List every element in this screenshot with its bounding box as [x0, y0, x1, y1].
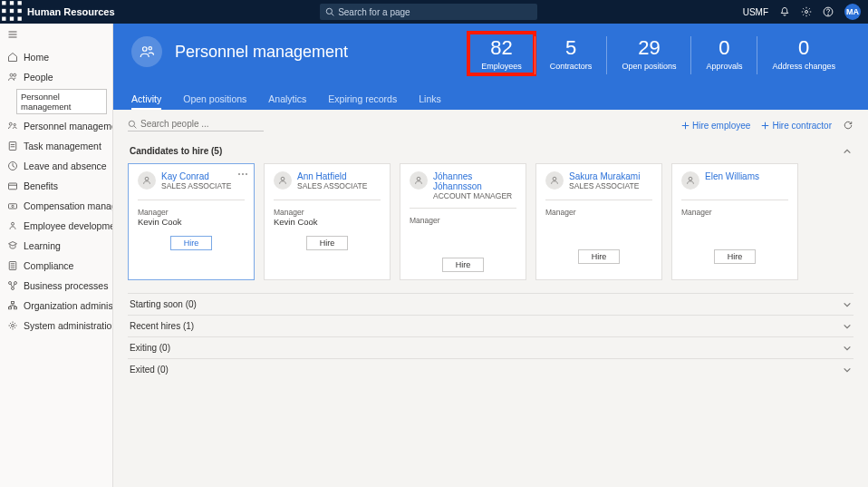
tab-links[interactable]: Links: [419, 93, 441, 110]
sidebar-item-compliance[interactable]: Compliance: [0, 256, 112, 276]
personnel-icon: [7, 121, 18, 131]
sidebar-item-label: Compliance: [24, 260, 73, 271]
sidebar-item-org[interactable]: Organization administration: [0, 296, 112, 316]
hire-button[interactable]: Hire: [578, 249, 621, 264]
svg-rect-34: [12, 302, 14, 304]
candidate-role: SALES ASSOCIATE: [297, 181, 367, 190]
manager-name: Kevin Cook: [138, 217, 245, 227]
svg-line-10: [332, 14, 334, 16]
gear-icon[interactable]: [801, 6, 812, 17]
sidebar-item-personnel[interactable]: Personnel management: [0, 116, 112, 136]
refresh-icon[interactable]: [843, 120, 854, 131]
svg-rect-1: [10, 1, 14, 5]
sidebar-item-label: Task management: [24, 141, 101, 151]
svg-rect-35: [9, 307, 12, 309]
sidebar-item-proc[interactable]: Business processes: [0, 276, 112, 296]
sidebar-collapse-icon[interactable]: [0, 24, 112, 47]
manager-label: Manager: [410, 216, 516, 225]
svg-point-40: [129, 121, 134, 126]
sidebar-item-leave[interactable]: Leave and absence: [0, 156, 112, 176]
sidebar-item-label: Personnel management: [24, 121, 113, 131]
candidate-name[interactable]: Sakura Murakami: [569, 171, 640, 181]
chevron-down-icon: [843, 365, 852, 375]
manager-name: Kevin Cook: [274, 217, 381, 227]
stat-approvals[interactable]: 0Approvals: [690, 36, 757, 74]
stat-open-positions[interactable]: 29Open positions: [606, 36, 690, 74]
section-header[interactable]: Starting soon (0): [128, 294, 854, 315]
candidate-card[interactable]: Elen Williams Manager Hire: [671, 163, 798, 280]
section-header[interactable]: Exited (0): [128, 359, 854, 380]
sidebar-item-task[interactable]: Task management: [0, 136, 112, 156]
person-avatar-icon: [681, 171, 699, 190]
global-search[interactable]: Search for a page: [320, 4, 537, 20]
candidate-card[interactable]: ⋯ Kay Conrad SALES ASSOCIATE ManagerKevi…: [128, 163, 255, 280]
candidate-name[interactable]: Elen Williams: [705, 171, 759, 181]
sidebar-item-benefits[interactable]: Benefits: [0, 176, 112, 196]
hero-icon: [131, 36, 162, 67]
person-avatar-icon: [545, 171, 564, 190]
svg-point-11: [805, 11, 808, 14]
stat-label: Address changes: [772, 62, 835, 71]
tab-activity[interactable]: Activity: [131, 93, 161, 110]
svg-point-49: [553, 177, 556, 180]
app-launcher-icon[interactable]: [0, 0, 24, 25]
sidebar-item-dev[interactable]: Employee development: [0, 216, 112, 236]
section-header[interactable]: Exiting (0): [128, 337, 854, 358]
stats-row: 82Employees5Contractors29Open positions0…: [468, 36, 850, 74]
svg-rect-24: [9, 204, 17, 209]
hire-button[interactable]: Hire: [442, 258, 485, 272]
sidebar-item-home[interactable]: Home: [0, 47, 112, 67]
manager-label: Manager: [274, 208, 381, 217]
candidate-name[interactable]: Ann Hatfield: [297, 171, 367, 181]
svg-rect-4: [10, 8, 14, 12]
sidebar-item-people[interactable]: People: [0, 67, 112, 87]
sidebar-item-learn[interactable]: Learning: [0, 236, 112, 256]
task-icon: [7, 141, 18, 151]
tab-expiring-records[interactable]: Expiring records: [328, 93, 397, 110]
svg-point-39: [149, 47, 151, 50]
candidate-role: SALES ASSOCIATE: [161, 181, 231, 190]
tab-analytics[interactable]: Analytics: [268, 93, 306, 110]
proc-icon: [7, 280, 18, 291]
candidates-section-header[interactable]: Candidates to hire (5): [128, 141, 854, 161]
svg-point-38: [143, 47, 148, 52]
hire-button[interactable]: Hire: [170, 236, 213, 250]
svg-rect-21: [9, 142, 16, 151]
search-icon: [325, 7, 334, 16]
stat-address-changes[interactable]: 0Address changes: [757, 36, 850, 74]
candidate-card[interactable]: Jóhannes Jóhannsson ACCOUNT MANAGER Mana…: [400, 163, 526, 280]
section-header[interactable]: Recent hires (1): [128, 316, 854, 336]
svg-rect-3: [2, 8, 5, 12]
candidate-name[interactable]: Jóhannes Jóhannsson: [433, 171, 516, 191]
tab-open-positions[interactable]: Open positions: [183, 93, 246, 110]
card-more-icon[interactable]: ⋯: [237, 168, 248, 180]
svg-rect-0: [2, 1, 5, 5]
help-icon[interactable]: [823, 6, 834, 17]
sidebar-item-comp[interactable]: Compensation management: [0, 196, 112, 216]
topbar-right: USMF MA: [743, 4, 868, 20]
stat-value: 29: [622, 36, 676, 60]
hire-contractor-link[interactable]: Hire contractor: [761, 121, 832, 131]
chevron-down-icon: [843, 322, 852, 331]
candidate-card[interactable]: Sakura Murakami SALES ASSOCIATE Manager …: [535, 163, 662, 280]
person-avatar-icon: [138, 171, 156, 190]
manager-label: Manager: [545, 208, 652, 217]
hire-button[interactable]: Hire: [714, 249, 757, 264]
stat-contractors[interactable]: 5Contractors: [535, 36, 607, 74]
sidebar-item-sys[interactable]: System administration: [0, 316, 112, 336]
hire-employee-link[interactable]: Hire employee: [681, 121, 750, 131]
svg-rect-5: [18, 8, 22, 12]
candidate-role: ACCOUNT MANAGER: [433, 191, 516, 200]
bell-icon[interactable]: [779, 6, 790, 17]
stat-employees[interactable]: 82Employees: [468, 33, 535, 74]
chevron-up-icon: [843, 147, 852, 156]
hire-button[interactable]: Hire: [306, 236, 349, 250]
candidate-card[interactable]: Ann Hatfield SALES ASSOCIATE ManagerKevi…: [264, 163, 391, 280]
sidebar-item-label: Organization administration: [24, 300, 113, 311]
user-avatar[interactable]: MA: [844, 4, 861, 20]
sidebar-item-label: Home: [24, 52, 49, 63]
comp-icon: [7, 200, 18, 211]
breadcrumb-chip[interactable]: Personnel management: [16, 89, 107, 114]
candidate-name[interactable]: Kay Conrad: [161, 171, 231, 181]
people-search[interactable]: Search people ...: [128, 119, 264, 131]
